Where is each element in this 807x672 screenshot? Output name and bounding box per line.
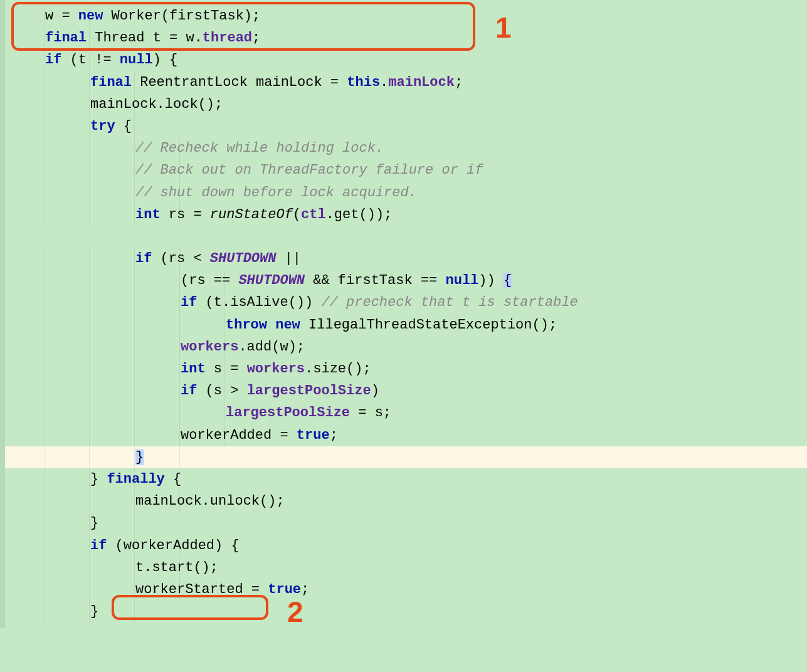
code-token: ReentrantLock mainLock = xyxy=(132,75,347,90)
code-line[interactable]: final ReentrantLock mainLock = this.main… xyxy=(5,71,807,93)
code-line[interactable]: t.start(); xyxy=(5,557,807,579)
code-token: mainLock xyxy=(388,75,455,90)
code-token: mainLock.unlock(); xyxy=(135,493,285,509)
code-token: // precheck that t is startable xyxy=(321,295,578,310)
code-token: { xyxy=(165,471,181,487)
code-token: try xyxy=(90,118,115,134)
code-token: .get()); xyxy=(326,207,393,223)
code-token: .add(w); xyxy=(238,339,305,355)
code-token: if xyxy=(90,538,107,554)
gutter xyxy=(0,0,5,627)
code-line[interactable]: mainLock.lock(); xyxy=(5,93,807,115)
code-line[interactable]: if (t.isAlive()) // precheck that t is s… xyxy=(5,291,807,313)
code-token: if xyxy=(181,383,197,399)
code-token: final xyxy=(90,75,132,90)
code-token: .size(); xyxy=(305,361,371,377)
code-line[interactable]: // shut down before lock acquired. xyxy=(5,182,807,204)
code-line[interactable]: w = new Worker(firstTask); xyxy=(5,5,807,27)
code-token: rs = xyxy=(161,207,210,223)
code-token: // shut down before lock acquired. xyxy=(135,185,417,201)
code-line[interactable]: workerAdded = true; xyxy=(5,424,807,446)
code-token: t.start(); xyxy=(135,560,218,575)
code-editor[interactable]: 1 w = new Worker(firstTask);final Thread… xyxy=(0,0,807,627)
code-token: if xyxy=(181,295,197,310)
code-line[interactable]: if (rs < SHUTDOWN || xyxy=(5,248,807,270)
code-token: true xyxy=(268,582,301,597)
code-token: (t.isAlive()) xyxy=(197,295,321,310)
code-token: new xyxy=(78,8,103,24)
code-token: int xyxy=(181,361,206,377)
code-line[interactable]: } xyxy=(5,601,807,622)
code-token: throw new xyxy=(226,317,300,333)
code-line[interactable]: try { xyxy=(5,115,807,137)
code-token: workerStarted = xyxy=(135,582,268,597)
code-token: ; xyxy=(301,582,309,597)
code-line[interactable]: workerStarted = true; xyxy=(5,579,807,601)
code-token: (s > xyxy=(197,383,246,399)
code-token: // Back out on ThreadFactory failure or … xyxy=(135,162,483,178)
code-line[interactable]: if (t != null) { xyxy=(5,49,807,71)
code-token: . xyxy=(380,75,388,90)
code-token: (rs < xyxy=(152,251,209,266)
code-line[interactable]: largestPoolSize = s; xyxy=(5,402,807,424)
code-token: { xyxy=(504,273,512,288)
code-line[interactable]: final Thread t = w.thread; xyxy=(5,27,807,49)
code-token: } xyxy=(135,449,144,465)
code-token: workerAdded = xyxy=(181,428,297,443)
code-line[interactable] xyxy=(5,226,807,248)
code-token: Worker(firstTask); xyxy=(103,8,260,24)
code-line[interactable]: // Back out on ThreadFactory failure or … xyxy=(5,159,807,181)
code-line[interactable]: } xyxy=(5,512,807,534)
code-token: null xyxy=(120,52,153,68)
code-line[interactable]: if (s > largestPoolSize) xyxy=(5,380,807,402)
code-line[interactable]: mainLock.unlock(); xyxy=(5,490,807,512)
code-token: w = xyxy=(45,8,78,24)
code-token: final xyxy=(45,30,87,46)
code-line[interactable]: throw new IllegalThreadStateException(); xyxy=(5,314,807,336)
code-line[interactable]: } finally { xyxy=(5,468,807,490)
code-token: mainLock.lock(); xyxy=(90,97,223,112)
code-token: if xyxy=(45,52,61,68)
code-token: SHUTDOWN xyxy=(238,273,305,288)
code-token: ) { xyxy=(153,52,178,68)
code-token: } xyxy=(90,604,98,619)
code-token: workers xyxy=(247,361,305,377)
code-token: (t != xyxy=(61,52,119,68)
code-token: null xyxy=(445,273,478,288)
code-line[interactable]: int rs = runStateOf(ctl.get()); xyxy=(5,204,807,226)
code-token: if xyxy=(135,251,152,266)
code-line[interactable]: // Recheck while holding lock. xyxy=(5,137,807,159)
code-token: IllegalThreadStateException(); xyxy=(300,317,557,333)
code-token: thread xyxy=(203,30,252,46)
code-token: ctl xyxy=(301,207,326,223)
code-line[interactable]: workers.add(w); xyxy=(5,336,807,358)
code-token: int xyxy=(135,207,161,223)
code-token: { xyxy=(115,118,132,134)
code-token: = s; xyxy=(350,405,391,421)
code-token: workers xyxy=(181,339,238,355)
code-token: )) xyxy=(478,273,504,288)
code-token: true xyxy=(297,428,330,443)
code-token: } xyxy=(90,515,98,531)
code-token: SHUTDOWN xyxy=(210,251,277,266)
code-token: ; xyxy=(252,30,260,46)
code-token: largestPoolSize xyxy=(247,383,371,399)
code-token: || xyxy=(276,251,301,266)
code-token: Thread t = w. xyxy=(87,30,203,46)
code-token: finally xyxy=(107,471,164,487)
code-line[interactable]: if (workerAdded) { xyxy=(5,535,807,557)
code-token: (workerAdded) { xyxy=(107,538,239,554)
code-line[interactable]: (rs == SHUTDOWN && firstTask == null)) { xyxy=(5,270,807,291)
code-token: largestPoolSize xyxy=(226,405,350,421)
code-token: s = xyxy=(206,361,247,377)
code-token: // Recheck while holding lock. xyxy=(135,140,384,156)
code-token: (rs == xyxy=(181,273,238,288)
code-line[interactable]: } xyxy=(5,446,807,468)
code-token: this xyxy=(347,75,380,90)
code-token: runStateOf xyxy=(210,207,293,223)
code-token: ( xyxy=(293,207,301,223)
code-token: ; xyxy=(455,75,463,90)
code-token: ; xyxy=(330,428,338,443)
code-line[interactable]: int s = workers.size(); xyxy=(5,358,807,380)
code-token: && firstTask == xyxy=(305,273,445,288)
